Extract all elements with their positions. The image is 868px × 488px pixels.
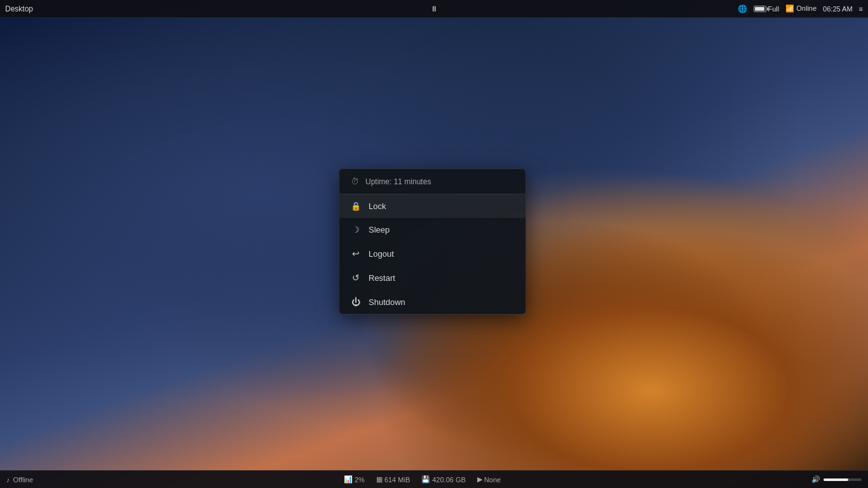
ram-stat: ▦ 614 MiB	[376, 475, 410, 484]
taskbar-top-center: ⏸	[430, 4, 438, 13]
disk-value: 420.06 GB	[432, 476, 466, 484]
battery-indicator: Full	[754, 5, 780, 13]
restart-icon: ↺	[351, 273, 361, 283]
shutdown-menu-item[interactable]: ⏻ Shutdown	[339, 290, 526, 314]
taskbar-bottom-center: 📊 2% ▦ 614 MiB 💾 420.06 GB ▶ None	[344, 475, 501, 484]
shutdown-label: Shutdown	[369, 297, 405, 307]
taskbar-top: Desktop ⏸ 🌐 Full 📶 Online 06:25 AM ≡	[0, 0, 868, 18]
globe-icon: 🌐	[738, 4, 747, 13]
volume-control[interactable]: 🔊	[811, 475, 862, 484]
signal-icon: 📶	[785, 4, 794, 12]
music-note-icon: ♪	[6, 476, 10, 484]
uptime-icon: ⏱	[351, 177, 359, 186]
media-value: None	[484, 476, 501, 484]
volume-fill	[824, 478, 848, 481]
lock-label: Lock	[369, 201, 386, 211]
power-menu: ⏱ Uptime: 11 minutes 🔒 Lock ☽ Sleep ↩ Lo…	[339, 168, 526, 315]
taskbar-top-right: 🌐 Full 📶 Online 06:25 AM ≡	[738, 4, 864, 13]
restart-menu-item[interactable]: ↺ Restart	[339, 266, 526, 290]
taskbar-bottom: ♪ Offline 📊 2% ▦ 614 MiB 💾 420.06 GB ▶ N…	[0, 470, 868, 488]
taskbar-bottom-right: 🔊	[811, 475, 862, 484]
media-stat: ▶ None	[477, 475, 501, 484]
volume-icon: 🔊	[811, 475, 820, 484]
sleep-label: Sleep	[369, 225, 390, 234]
cpu-value: 2%	[355, 476, 365, 484]
media-icon: ▶	[477, 475, 482, 484]
uptime-label: Uptime: 11 minutes	[365, 177, 431, 186]
signal-text: Online	[796, 4, 817, 12]
battery-icon	[754, 6, 766, 12]
disk-stat: 💾 420.06 GB	[421, 475, 466, 484]
volume-track	[824, 478, 862, 481]
sleep-menu-item[interactable]: ☽ Sleep	[339, 218, 526, 241]
desktop-label: Desktop	[5, 4, 33, 13]
cpu-icon: 📊	[344, 475, 353, 484]
logout-label: Logout	[369, 249, 394, 259]
taskbar-top-left: Desktop	[5, 4, 33, 13]
taskbar-bottom-left: ♪ Offline	[6, 476, 33, 484]
lock-icon: 🔒	[351, 201, 361, 211]
lock-menu-item[interactable]: 🔒 Lock	[339, 194, 526, 218]
disk-icon: 💾	[421, 475, 430, 484]
overflow-icon[interactable]: ≡	[859, 5, 863, 13]
time-display: 06:25 AM	[823, 5, 852, 13]
power-menu-header: ⏱ Uptime: 11 minutes	[339, 169, 526, 194]
sleep-icon: ☽	[351, 225, 361, 234]
signal-label: 📶 Online	[785, 4, 817, 13]
media-center-icon: ⏸	[430, 4, 438, 13]
cpu-stat: 📊 2%	[344, 475, 365, 484]
ram-icon: ▦	[376, 475, 383, 484]
logout-menu-item[interactable]: ↩ Logout	[339, 241, 526, 266]
shutdown-icon: ⏻	[351, 297, 361, 307]
ram-value: 614 MiB	[384, 476, 410, 484]
restart-label: Restart	[369, 273, 395, 283]
logout-icon: ↩	[351, 248, 361, 259]
battery-label: Full	[768, 5, 780, 13]
offline-status: Offline	[13, 476, 34, 484]
